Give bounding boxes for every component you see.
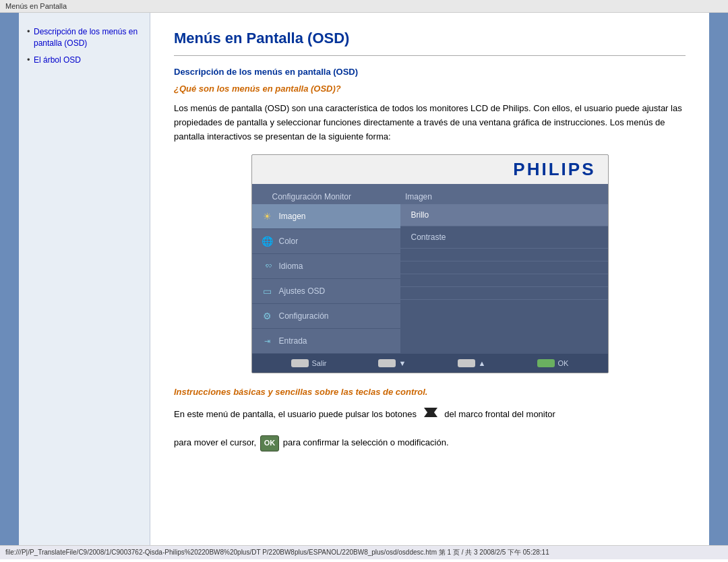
sidebar-item-1: Descripción de los menús en pantalla (OS… xyxy=(27,26,142,49)
osd-btn-label-ok: OK xyxy=(558,359,569,367)
body-text-1: Los menús de pantalla (OSD) son una cara… xyxy=(174,102,686,144)
osd-menu-tabs: Configuración Monitor Imagen xyxy=(252,184,608,204)
osd-philips-logo-bar: PHILIPS xyxy=(252,155,608,184)
osd-right-item-contraste: Contraste xyxy=(400,226,608,249)
body-text-3a: para mover el cursor, xyxy=(174,437,256,447)
osd-menu-item-entrada: ⇥ Entrada xyxy=(252,329,400,354)
osd-right-menu: Brillo Contraste xyxy=(400,204,608,354)
osd-screenshot: PHILIPS Configuración Monitor Imagen ☀ I… xyxy=(251,154,609,373)
status-bar-text: file:///P|/P_TranslateFile/C9/2008/1/C90… xyxy=(5,549,549,556)
osd-right-item-3 xyxy=(400,249,608,261)
sidebar-link-arbol[interactable]: El árbol OSD xyxy=(34,55,81,65)
ok-button-icon: OK xyxy=(260,435,280,451)
osd-menu-item-configuracion: ⚙ Configuración xyxy=(252,304,400,329)
osd-menu-item-idioma: ꩮ Idioma xyxy=(252,254,400,279)
right-border xyxy=(709,13,728,545)
sidebar-nav: Descripción de los menús en pantalla (OS… xyxy=(27,26,142,65)
osd-tab-configuracion: Configuración Monitor xyxy=(266,189,358,204)
osd-btn-label-down: ▼ xyxy=(399,359,406,367)
body-text-2: En este menú de pantalla, el usuario pue… xyxy=(174,405,686,425)
body-text-3: para mover el cursor, OK para confirmar … xyxy=(174,435,686,451)
section-heading: Descripción de los menús en pantalla (OS… xyxy=(174,67,686,77)
title-bar: Menús en Pantalla xyxy=(0,0,728,13)
body-text-2a: En este menú de pantalla, el usuario pue… xyxy=(174,409,417,419)
note-heading: Instrucciones básicas y sencillas sobre … xyxy=(174,387,686,397)
subsection-heading: ¿Qué son los menús en pantalla (OSD)? xyxy=(174,84,686,94)
osd-menu-label-configuracion: Configuración xyxy=(279,311,329,321)
status-bar: file:///P|/P_TranslateFile/C9/2008/1/C90… xyxy=(0,545,728,559)
osd-btn-shape-down xyxy=(378,359,396,367)
main-content: Menús en Pantalla (OSD) Descripción de l… xyxy=(150,13,709,545)
osd-btn-shape-salir xyxy=(291,359,309,367)
osd-btn-label-salir: Salir xyxy=(312,359,327,367)
osd-menu-item-imagen: ☀ Imagen xyxy=(252,204,400,229)
divider xyxy=(174,55,686,56)
sidebar: Descripción de los menús en pantalla (OS… xyxy=(19,13,150,545)
osd-body: ☀ Imagen 🌐 Color ꩮ Idioma ▭ Ajustes OSD xyxy=(252,204,608,354)
page-title: Menús en Pantalla (OSD) xyxy=(174,30,686,47)
osd-btn-down: ▼ xyxy=(378,359,406,367)
osd-btn-shape-up xyxy=(458,359,475,367)
osd-icon-imagen: ☀ xyxy=(262,210,274,222)
osd-menu-label-color: Color xyxy=(279,237,299,246)
sidebar-link-descripcion[interactable]: Descripción de los menús en pantalla (OS… xyxy=(34,27,138,48)
osd-menu-label-ajustes: Ajustes OSD xyxy=(279,286,326,296)
osd-icon-configuracion: ⚙ xyxy=(262,310,274,322)
body-text-2b: del marco frontal del monitor xyxy=(444,409,555,419)
osd-menu-label-imagen: Imagen xyxy=(279,212,306,221)
arrow-buttons-icon xyxy=(421,405,440,425)
title-bar-text: Menús en Pantalla xyxy=(5,2,67,10)
osd-bottom-bar: Salir ▼ ▲ OK xyxy=(252,354,608,373)
osd-icon-color: 🌐 xyxy=(262,235,274,247)
osd-btn-label-up: ▲ xyxy=(479,359,486,367)
osd-btn-salir: Salir xyxy=(291,359,327,367)
osd-right-label-contraste: Contraste xyxy=(411,232,446,242)
osd-menu-item-color: 🌐 Color xyxy=(252,229,400,254)
osd-menu-item-ajustes: ▭ Ajustes OSD xyxy=(252,279,400,304)
osd-icon-idioma: ꩮ xyxy=(262,260,274,272)
osd-icon-ajustes: ▭ xyxy=(262,285,274,297)
page-layout: Descripción de los menús en pantalla (OS… xyxy=(0,13,728,545)
osd-right-item-brillo: Brillo xyxy=(400,204,608,226)
osd-brand: PHILIPS xyxy=(513,159,595,179)
osd-right-item-6 xyxy=(400,287,608,300)
osd-left-menu: ☀ Imagen 🌐 Color ꩮ Idioma ▭ Ajustes OSD xyxy=(252,204,400,354)
osd-btn-ok: OK xyxy=(537,359,569,367)
osd-right-item-4 xyxy=(400,261,608,274)
osd-right-label-brillo: Brillo xyxy=(411,210,429,220)
osd-icon-entrada: ⇥ xyxy=(262,335,274,347)
osd-menu-label-entrada: Entrada xyxy=(279,336,307,346)
osd-right-item-5 xyxy=(400,274,608,287)
osd-btn-shape-ok xyxy=(537,359,555,367)
sidebar-item-2: El árbol OSD xyxy=(27,55,142,66)
osd-btn-up: ▲ xyxy=(458,359,486,367)
osd-menu-label-idioma: Idioma xyxy=(279,261,303,271)
osd-tab-imagen: Imagen xyxy=(398,189,439,204)
body-text-3b: para confirmar la selección o modificaci… xyxy=(283,437,449,447)
left-border xyxy=(0,13,19,545)
